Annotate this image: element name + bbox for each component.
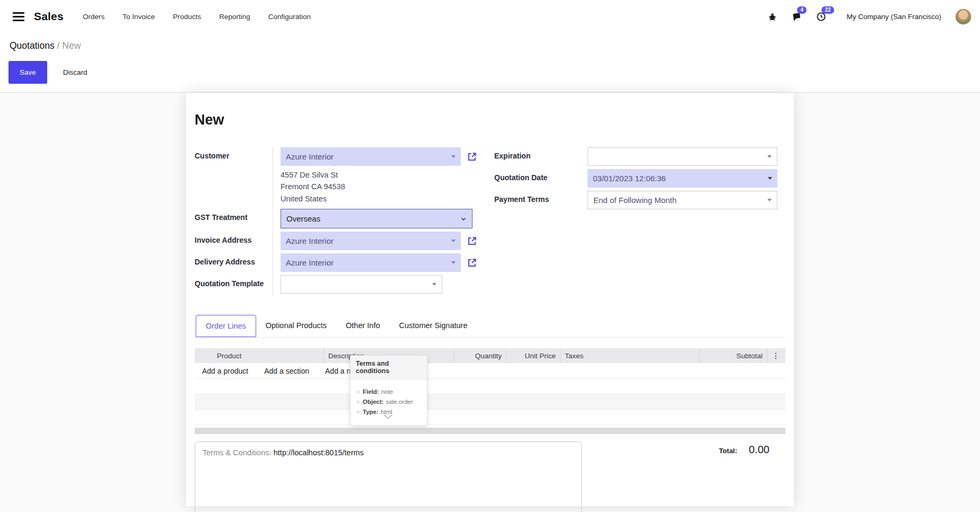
gst-treatment-value: Overseas: [286, 214, 320, 223]
activities-badge: 22: [821, 6, 834, 14]
debug-bug-icon[interactable]: [766, 10, 778, 23]
address-city: Fremont CA 94538: [281, 181, 489, 192]
sheet-footer: Terms & Conditions: http://localhost:801…: [195, 442, 785, 512]
quotation-date-label: Quotation Date: [494, 168, 580, 190]
menu-products[interactable]: Products: [173, 13, 201, 21]
empty-row: [195, 410, 785, 425]
total-label: Total:: [719, 447, 737, 455]
tab-other-info[interactable]: Other Info: [336, 315, 389, 337]
quotation-template-label: Quotation Template: [195, 274, 273, 296]
breadcrumb-separator: /: [57, 40, 60, 51]
quotation-template-input[interactable]: [281, 275, 442, 294]
terms-value: http://localhost:8015/terms: [274, 448, 364, 457]
payment-terms-caret-icon[interactable]: [767, 199, 772, 201]
quotation-date-input[interactable]: 03/01/2023 12:06:36: [588, 169, 777, 188]
customer-input[interactable]: Azure Interior: [281, 147, 461, 166]
invoice-address-caret-icon[interactable]: [451, 240, 456, 242]
gst-select-chevron-icon[interactable]: [460, 216, 467, 222]
form-left-group: Customer Azure Interior 4557 De Silva St: [195, 146, 489, 296]
company-switcher[interactable]: My Company (San Francisco): [846, 13, 941, 21]
tooltip-field-item: Field:note: [357, 389, 422, 395]
payment-terms-label: Payment Terms: [494, 190, 580, 211]
column-product[interactable]: Product: [213, 348, 324, 363]
address-country: United States: [281, 193, 489, 205]
breadcrumb: Quotations / New: [10, 40, 972, 51]
column-unit-price[interactable]: Unit Price: [506, 348, 561, 363]
tooltip-title: Terms and conditions: [351, 356, 427, 379]
order-lines-header: Product Description Quantity Unit Price …: [195, 348, 785, 363]
column-taxes[interactable]: Taxes: [561, 348, 699, 363]
delivery-address-value: Azure Interior: [286, 258, 334, 267]
quotation-date-caret-icon[interactable]: [768, 177, 772, 180]
optional-columns-kebab-icon[interactable]: ⋮: [767, 348, 784, 363]
payment-terms-input[interactable]: End of Following Month: [588, 191, 777, 209]
main-menu: Orders To Invoice Products Reporting Con…: [83, 13, 311, 21]
menu-configuration[interactable]: Configuration: [268, 13, 311, 21]
quotation-template-caret-icon[interactable]: [432, 283, 436, 286]
messages-badge: 4: [797, 6, 807, 14]
tab-optional-products[interactable]: Optional Products: [256, 315, 336, 337]
add-a-section-link[interactable]: Add a section: [264, 367, 309, 375]
expiration-label: Expiration: [494, 146, 580, 168]
totals-block: Total: 0.00: [719, 444, 769, 456]
menu-reporting[interactable]: Reporting: [219, 13, 250, 21]
tooltip-object-item: Object:sale.order: [357, 399, 422, 405]
bullet-icon: [357, 411, 360, 413]
top-navbar: Sales Orders To Invoice Products Reporti…: [0, 0, 980, 33]
table-action-row: Add a product Add a section Add a note: [195, 363, 785, 379]
invoice-address-external-link-icon[interactable]: [467, 236, 477, 246]
terms-placeholder: Terms & Conditions:: [203, 448, 272, 457]
messages-icon[interactable]: 4: [790, 10, 803, 23]
terms-and-conditions-field[interactable]: Terms & Conditions: http://localhost:801…: [195, 442, 582, 512]
customer-value: Azure Interior: [286, 152, 334, 161]
customer-dropdown-caret-icon[interactable]: [451, 155, 456, 158]
gst-treatment-label: GST Treatment: [195, 208, 273, 231]
address-street: 4557 De Silva St: [281, 169, 489, 181]
customer-external-link-icon[interactable]: [467, 152, 477, 162]
user-avatar[interactable]: [955, 8, 972, 25]
handle-column-header: [195, 348, 213, 363]
column-subtotal[interactable]: Subtotal: [699, 348, 767, 363]
add-a-product-link[interactable]: Add a product: [202, 367, 248, 375]
app-title[interactable]: Sales: [34, 10, 64, 23]
delivery-address-label: Delivery Address: [195, 252, 273, 274]
total-value: 0.00: [749, 444, 769, 456]
customer-label: Customer: [195, 146, 273, 208]
breadcrumb-quotations[interactable]: Quotations: [10, 40, 55, 51]
delivery-address-caret-icon[interactable]: [451, 261, 456, 264]
menu-to-invoice[interactable]: To Invoice: [122, 13, 155, 21]
invoice-address-input[interactable]: Azure Interior: [281, 232, 461, 250]
form-right-group: Expiration Quotation Date 03/01/2023 12:…: [494, 146, 785, 296]
discard-button[interactable]: Discard: [63, 68, 88, 76]
quotation-date-value: 03/01/2023 12:06:36: [593, 174, 666, 183]
payment-terms-value: End of Following Month: [593, 196, 677, 205]
expiration-caret-icon[interactable]: [767, 155, 772, 158]
activities-clock-icon[interactable]: 22: [815, 10, 827, 23]
invoice-address-label: Invoice Address: [195, 231, 273, 252]
main-content: New Customer Azure Interior: [0, 93, 980, 506]
gst-treatment-select[interactable]: Overseas: [281, 209, 472, 228]
empty-row: [195, 379, 785, 394]
bullet-icon: [357, 391, 360, 393]
tab-order-lines[interactable]: Order Lines: [196, 315, 256, 337]
horizontal-scrollbar[interactable]: [195, 428, 785, 434]
breadcrumb-current: New: [62, 40, 81, 51]
tab-customer-signature[interactable]: Customer Signature: [390, 315, 477, 337]
bullet-icon: [357, 401, 360, 403]
tooltip-chevron-down-icon: [383, 412, 393, 422]
delivery-address-external-link-icon[interactable]: [467, 258, 477, 268]
empty-row: [195, 394, 785, 410]
column-quantity[interactable]: Quantity: [454, 348, 506, 363]
delivery-address-input[interactable]: Azure Interior: [281, 253, 461, 272]
apps-menu-icon[interactable]: [13, 12, 24, 21]
expiration-input[interactable]: [588, 147, 777, 166]
control-panel: Quotations / New Save Discard: [0, 33, 980, 93]
record-title: New: [195, 112, 785, 128]
menu-orders[interactable]: Orders: [83, 13, 104, 21]
order-lines-table: Product Description Quantity Unit Price …: [195, 348, 785, 434]
customer-address: 4557 De Silva St Fremont CA 94538 United…: [281, 166, 489, 206]
save-button[interactable]: Save: [8, 61, 47, 84]
quotation-form-sheet: New Customer Azure Interior: [186, 93, 794, 506]
invoice-address-value: Azure Interior: [286, 236, 334, 245]
notebook-tabs: Order Lines Optional Products Other Info…: [195, 315, 785, 338]
